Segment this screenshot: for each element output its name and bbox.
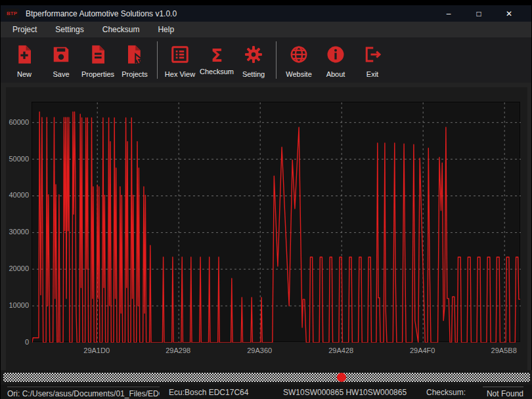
close-button[interactable]: ✕ <box>499 9 520 18</box>
sigma-checksum-icon: Σ <box>211 47 223 64</box>
toolbar-button-label: Properties <box>81 70 114 78</box>
slider-track[interactable] <box>3 373 530 382</box>
toolbar-button-label: Website <box>286 70 312 78</box>
checksum-button[interactable]: ΣChecksum <box>198 45 235 75</box>
toolbar-button-label: Checksum <box>200 68 234 75</box>
projects-icon <box>125 45 144 67</box>
toolbar-separator <box>157 41 158 79</box>
toolbar-button-label: New <box>17 70 32 78</box>
app-window: BTP Btperformance Automotive Solutions v… <box>0 5 532 395</box>
hex-view-button[interactable]: Hex View <box>162 42 198 78</box>
toolbar-separator <box>276 41 277 79</box>
maximize-button[interactable]: □ <box>468 9 489 18</box>
exit-icon <box>363 45 382 67</box>
menu-item-settings[interactable]: Settings <box>46 22 93 37</box>
x-tick-label: 29A360 <box>241 346 278 354</box>
toolbar-button-label: Projects <box>122 70 148 78</box>
x-tick-label: 29A428 <box>322 346 359 354</box>
x-tick-label: 29A4F0 <box>404 346 441 354</box>
chart-panel: 0100002000030000400005000060000 29A1D029… <box>6 87 527 370</box>
new-button[interactable]: New <box>6 42 43 78</box>
save-button[interactable]: Save <box>43 42 79 78</box>
status-checksum-value: Not Found <box>483 387 523 398</box>
about-button[interactable]: About <box>317 42 354 78</box>
y-tick-label: 50000 <box>7 155 29 163</box>
toolbar: NewSavePropertiesProjectsHex ViewΣChecks… <box>1 37 531 83</box>
menu-bar: ProjectSettingsChecksumHelp <box>1 22 531 37</box>
y-tick-label: 40000 <box>7 191 29 199</box>
properties-icon <box>88 45 108 67</box>
title-bar: BTP Btperformance Automotive Solutions v… <box>1 5 531 22</box>
status-bar: Ori: C:/Users/asus/Documents/01_Files/ED… <box>1 385 532 399</box>
properties-button[interactable]: Properties <box>79 42 116 78</box>
x-tick-label: 29A5B8 <box>485 346 522 354</box>
status-checksum-label: Checksum: <box>426 388 466 397</box>
projects-button[interactable]: Projects <box>116 42 153 78</box>
exit-button[interactable]: Exit <box>354 42 391 78</box>
window-title: Btperformance Automotive Solutions v1.0.… <box>26 9 177 18</box>
info-about-icon <box>326 45 345 67</box>
toolbar-button-label: Hex View <box>165 70 195 78</box>
app-logo: BTP <box>5 9 19 18</box>
toolbar-button-label: Setting <box>242 70 265 78</box>
website-button[interactable]: Website <box>280 42 317 78</box>
menu-item-help[interactable]: Help <box>148 22 183 37</box>
status-sw-hw: SW10SW000865 HW10SW000865 <box>283 388 407 397</box>
status-ecu: Ecu:Bosch EDC17C64 <box>169 388 248 397</box>
x-tick-label: 29A1D0 <box>78 346 115 354</box>
y-tick-label: 30000 <box>7 228 29 236</box>
toolbar-button-label: About <box>326 70 345 78</box>
y-tick-label: 0 <box>7 338 29 346</box>
hex-view-icon <box>170 45 190 67</box>
y-tick-label: 60000 <box>7 118 29 126</box>
status-file-path: Ori: C:/Users/asus/Documents/01_Files/ED… <box>7 387 160 398</box>
minimize-button[interactable]: – <box>438 9 459 18</box>
y-tick-label: 20000 <box>7 264 29 272</box>
new-file-icon <box>14 45 34 67</box>
save-icon <box>51 45 71 67</box>
slider-thumb[interactable] <box>337 373 346 382</box>
window-controls: – □ ✕ <box>438 9 527 18</box>
toolbar-button-label: Save <box>53 70 69 78</box>
gear-setting-icon <box>244 45 263 67</box>
y-tick-label: 10000 <box>7 301 29 309</box>
data-plot[interactable] <box>32 102 520 342</box>
globe-website-icon <box>289 45 309 67</box>
menu-item-checksum[interactable]: Checksum <box>93 22 149 37</box>
toolbar-button-label: Exit <box>366 70 378 78</box>
setting-button[interactable]: Setting <box>235 42 272 78</box>
x-tick-label: 29A298 <box>160 346 196 354</box>
scroll-slider-zone <box>1 370 532 385</box>
menu-item-project[interactable]: Project <box>3 22 46 37</box>
